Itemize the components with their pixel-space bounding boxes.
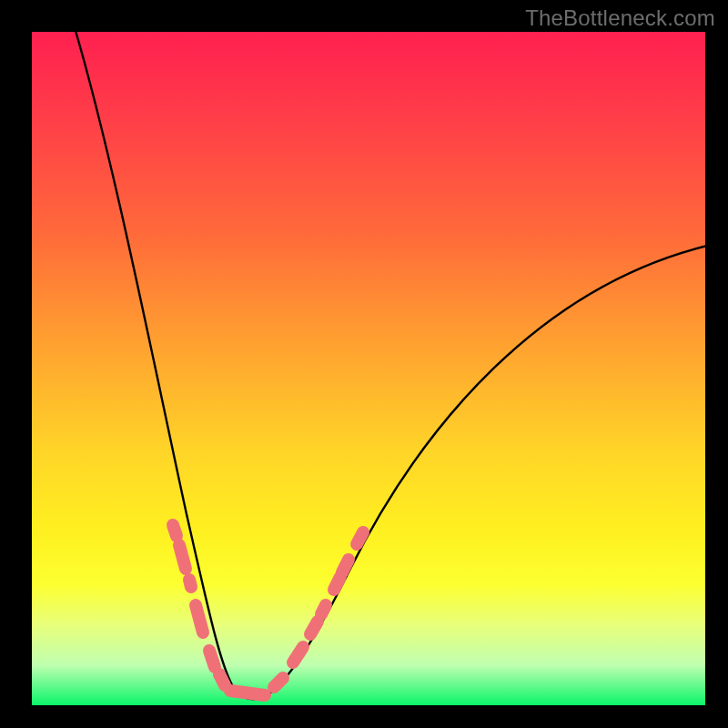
bottleneck-curve xyxy=(74,25,707,699)
marker-seg xyxy=(342,560,349,572)
marker-seg xyxy=(173,525,177,536)
curve-svg xyxy=(32,32,705,705)
watermark-text: TheBottleneck.com xyxy=(525,5,715,31)
marker-seg xyxy=(196,605,203,632)
plot-area xyxy=(32,32,705,705)
chart-frame: TheBottleneck.com xyxy=(0,0,728,728)
marker-cluster-right xyxy=(293,532,363,662)
marker-seg xyxy=(321,605,326,614)
marker-seg xyxy=(219,674,225,685)
marker-seg xyxy=(179,545,186,569)
marker-seg xyxy=(357,532,363,544)
marker-seg xyxy=(274,678,283,687)
marker-seg xyxy=(230,691,265,695)
marker-cluster-left xyxy=(173,525,203,632)
marker-seg xyxy=(293,647,303,662)
marker-seg xyxy=(209,651,215,667)
marker-seg xyxy=(310,622,318,634)
marker-seg xyxy=(189,580,191,587)
marker-seg xyxy=(334,577,340,590)
